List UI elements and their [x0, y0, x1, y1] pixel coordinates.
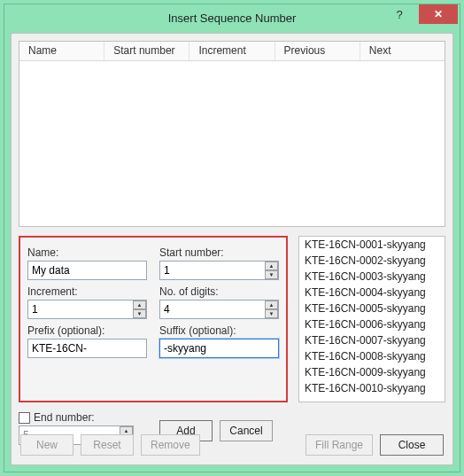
help-button[interactable]: ?	[380, 4, 419, 24]
form-box: Name: Start number: ▲▼ Increment:	[19, 236, 288, 402]
name-input[interactable]	[27, 261, 147, 280]
client-area: Name Start number Increment Previous Nex…	[11, 33, 453, 465]
increment-label: Increment:	[27, 285, 147, 298]
col-start[interactable]: Start number	[104, 42, 189, 60]
prefix-input[interactable]	[27, 339, 147, 358]
preview-item[interactable]: KTE-16CN-0008-skyyang	[299, 348, 445, 364]
dialog-title: Insert Sequence Number	[168, 12, 297, 25]
digits-input[interactable]	[159, 300, 279, 319]
preview-item[interactable]: KTE-16CN-0009-skyyang	[299, 364, 445, 380]
preview-item[interactable]: KTE-16CN-0002-skyyang	[299, 253, 445, 269]
list-header: Name Start number Increment Previous Nex…	[19, 42, 445, 61]
titlebar: Insert Sequence Number ? ✕	[4, 4, 460, 31]
new-button[interactable]: New	[20, 434, 73, 456]
bottom-area: Name: Start number: ▲▼ Increment:	[19, 236, 445, 402]
suffix-input[interactable]	[159, 339, 279, 358]
close-button[interactable]: ✕	[419, 4, 458, 24]
preview-item[interactable]: KTE-16CN-0003-skyyang	[299, 269, 445, 285]
titlebar-controls: ? ✕	[380, 4, 458, 24]
dialog-window: Insert Sequence Number ? ✕ Name Start nu…	[4, 4, 460, 472]
fill-range-button[interactable]: Fill Range	[305, 434, 373, 456]
preview-item[interactable]: KTE-16CN-0007-skyyang	[299, 332, 445, 348]
name-label: Name:	[27, 246, 147, 259]
preview-item[interactable]: KTE-16CN-0010-skyyang	[299, 380, 445, 396]
increment-input[interactable]	[27, 300, 147, 319]
col-name[interactable]: Name	[19, 42, 104, 60]
preview-item[interactable]: KTE-16CN-0001-skyyang	[299, 237, 445, 253]
reset-button[interactable]: Reset	[81, 434, 134, 456]
start-spinner[interactable]: ▲▼	[265, 261, 278, 279]
preview-item[interactable]: KTE-16CN-0004-skyyang	[299, 285, 445, 300]
close-dialog-button[interactable]: Close	[380, 434, 444, 456]
col-next[interactable]: Next	[360, 42, 445, 60]
sequence-list[interactable]: Name Start number Increment Previous Nex…	[19, 41, 445, 227]
digits-spinner[interactable]: ▲▼	[265, 300, 278, 318]
start-label: Start number:	[159, 246, 279, 259]
footer: New Reset Remove Fill Range Close	[20, 434, 444, 456]
col-increment[interactable]: Increment	[189, 42, 275, 60]
remove-button[interactable]: Remove	[141, 434, 200, 456]
suffix-label: Suffix (optional):	[159, 324, 279, 337]
end-label: End number:	[34, 411, 95, 424]
preview-item[interactable]: KTE-16CN-0005-skyyang	[299, 300, 445, 316]
preview-item[interactable]: KTE-16CN-0006-skyyang	[299, 316, 445, 332]
prefix-label: Prefix (optional):	[27, 324, 147, 337]
start-input[interactable]	[159, 261, 279, 280]
digits-label: No. of digits:	[159, 285, 279, 298]
preview-list[interactable]: KTE-16CN-0001-skyyangKTE-16CN-0002-skyya…	[298, 236, 445, 402]
col-previous[interactable]: Previous	[275, 42, 360, 60]
increment-spinner[interactable]: ▲▼	[133, 300, 146, 318]
end-number-checkbox[interactable]	[19, 412, 30, 424]
